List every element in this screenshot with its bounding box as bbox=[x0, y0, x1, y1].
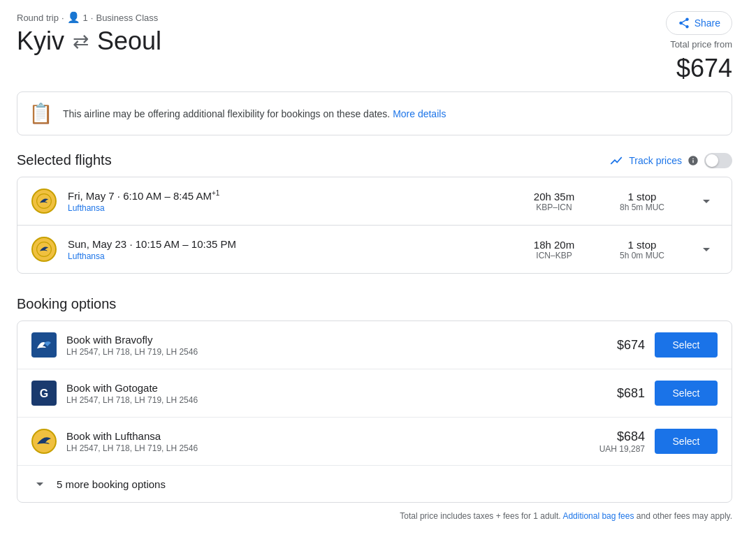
bravofly-select-button[interactable]: Select bbox=[655, 332, 718, 358]
gotogate-select-button[interactable]: Select bbox=[655, 381, 718, 406]
flight-info-1: Fri, May 7 · 6:10 AM – 8:45 AM+1 Lufthan… bbox=[68, 189, 508, 213]
chevron-down-icon-1 bbox=[698, 193, 715, 209]
total-price-value: $674 bbox=[676, 54, 732, 83]
flight-duration-2: 18h 20m ICN–KBP bbox=[519, 239, 589, 260]
bravofly-price: $674 bbox=[596, 338, 645, 353]
stops-detail-2: 5h 0m MUC bbox=[600, 251, 684, 260]
share-label: Share bbox=[695, 17, 720, 29]
header-right: Share Total price from $674 bbox=[666, 11, 732, 83]
flight-separator-2: · bbox=[129, 238, 135, 250]
lufthansa-price-sub: UAH 19,287 bbox=[596, 444, 645, 454]
header-left: Round trip · 👤 1 · Business Class Kyiv ⇄… bbox=[17, 11, 161, 56]
flight-time-line-1: Fri, May 7 · 6:10 AM – 8:45 AM+1 bbox=[68, 189, 508, 202]
gotogate-logo-icon: G bbox=[34, 383, 54, 404]
trip-meta: Round trip · 👤 1 · Business Class bbox=[17, 11, 161, 24]
footer-text: Total price includes taxes + fees for 1 … bbox=[400, 511, 560, 521]
stops-count-2: 1 stop bbox=[600, 239, 684, 251]
lufthansa-bird-icon bbox=[36, 193, 52, 209]
info-banner: 📋 This airline may be offering additiona… bbox=[17, 91, 732, 135]
track-prices-label[interactable]: Track prices bbox=[629, 155, 682, 166]
origin-city: Kyiv bbox=[17, 27, 64, 56]
info-text: This airline may be offering additional … bbox=[63, 108, 390, 119]
duration-time-2: 18h 20m bbox=[519, 239, 589, 251]
dot-1: · bbox=[61, 13, 64, 23]
bravofly-logo bbox=[31, 332, 57, 358]
share-button[interactable]: Share bbox=[666, 11, 732, 35]
gotogate-details: Book with Gotogate LH 2547, LH 718, LH 7… bbox=[66, 382, 586, 405]
person-icon: 👤 bbox=[67, 11, 80, 24]
chevron-down-more-icon bbox=[31, 476, 48, 492]
page-header: Round trip · 👤 1 · Business Class Kyiv ⇄… bbox=[17, 11, 732, 83]
airline-name-1: Lufthansa bbox=[68, 203, 508, 213]
bravofly-details: Book with Bravofly LH 2547, LH 718, LH 7… bbox=[66, 334, 586, 357]
booking-row-lufthansa: Book with Lufthansa LH 2547, LH 718, LH … bbox=[17, 418, 732, 466]
lufthansa-booking-flights: LH 2547, LH 718, LH 719, LH 2546 bbox=[66, 443, 586, 453]
track-prices-toggle[interactable] bbox=[704, 153, 732, 168]
lufthansa-details: Book with Lufthansa LH 2547, LH 718, LH … bbox=[66, 430, 586, 453]
selected-flights-title: Selected flights bbox=[17, 152, 112, 168]
airline-name-2: Lufthansa bbox=[68, 251, 508, 261]
lufthansa-booking-logo bbox=[31, 429, 57, 454]
svg-rect-2 bbox=[34, 334, 54, 355]
lufthansa-booking-logo-icon bbox=[31, 429, 57, 454]
total-price-label: Total price from bbox=[670, 39, 732, 50]
flight-date-1: Fri, May 7 bbox=[68, 190, 115, 202]
bravofly-logo-icon bbox=[34, 334, 54, 355]
lufthansa-price: $684 UAH 19,287 bbox=[596, 429, 645, 454]
stops-count-1: 1 stop bbox=[600, 191, 684, 202]
more-options-label: 5 more booking options bbox=[57, 478, 166, 490]
info-icon[interactable] bbox=[688, 155, 699, 166]
track-prices-icon bbox=[609, 154, 623, 168]
flight-separator-1: · bbox=[117, 190, 123, 202]
bravofly-price-main: $674 bbox=[596, 338, 645, 353]
booking-row-gotogate: G Book with Gotogate LH 2547, LH 718, LH… bbox=[17, 369, 732, 418]
additional-bag-fees-link[interactable]: Additional bag fees bbox=[562, 511, 634, 521]
gotogate-logo: G bbox=[31, 381, 57, 406]
lufthansa-select-button[interactable]: Select bbox=[655, 429, 718, 454]
expand-flight-2-button[interactable] bbox=[695, 238, 718, 260]
flight-info-2: Sun, May 23 · 10:15 AM – 10:35 PM Luftha… bbox=[68, 238, 508, 261]
gotogate-name: Book with Gotogate bbox=[66, 382, 586, 394]
bravofly-name: Book with Bravofly bbox=[66, 334, 586, 346]
flight-stops-2: 1 stop 5h 0m MUC bbox=[600, 239, 684, 260]
airline-logo-1 bbox=[31, 189, 57, 214]
more-details-link[interactable]: More details bbox=[393, 108, 446, 119]
lufthansa-circle-1 bbox=[31, 189, 57, 214]
booking-row-bravofly: Book with Bravofly LH 2547, LH 718, LH 7… bbox=[17, 321, 732, 369]
duration-time-1: 20h 35m bbox=[519, 191, 589, 202]
expand-flight-1-button[interactable] bbox=[695, 190, 718, 212]
booking-options-title: Booking options bbox=[17, 296, 732, 312]
bravofly-flights: LH 2547, LH 718, LH 719, LH 2546 bbox=[66, 347, 586, 357]
trip-type-label: Round trip bbox=[17, 13, 59, 23]
flight-time-line-2: Sun, May 23 · 10:15 AM – 10:35 PM bbox=[68, 238, 508, 250]
booking-options-section: Booking options Book with Bravofly LH 25… bbox=[17, 296, 732, 503]
lufthansa-booking-name: Book with Lufthansa bbox=[66, 430, 586, 442]
footer: Total price includes taxes + fees for 1 … bbox=[17, 503, 732, 532]
lufthansa-circle-2 bbox=[31, 237, 57, 262]
gotogate-price: $681 bbox=[596, 386, 645, 401]
selected-flights-card: Fri, May 7 · 6:10 AM – 8:45 AM+1 Lufthan… bbox=[17, 177, 732, 274]
lufthansa-bird-icon-2 bbox=[36, 242, 52, 257]
passengers-label: 1 bbox=[83, 13, 88, 23]
duration-route-2: ICN–KBP bbox=[519, 251, 589, 260]
duration-route-1: KBP–ICN bbox=[519, 202, 589, 212]
lufthansa-price-main: $684 bbox=[596, 429, 645, 444]
share-icon bbox=[678, 17, 690, 29]
route-title: Kyiv ⇄ Seoul bbox=[17, 27, 161, 56]
info-banner-text: This airline may be offering additional … bbox=[63, 108, 446, 119]
booking-options-card: Book with Bravofly LH 2547, LH 718, LH 7… bbox=[17, 320, 732, 503]
more-options-row[interactable]: 5 more booking options bbox=[17, 466, 732, 502]
cabin-class-label: Business Class bbox=[96, 13, 158, 23]
flight-row-2: Sun, May 23 · 10:15 AM – 10:35 PM Luftha… bbox=[17, 226, 732, 273]
flight-date-2: Sun, May 23 bbox=[68, 238, 126, 250]
airline-logo-2 bbox=[31, 237, 57, 262]
destination-city: Seoul bbox=[97, 27, 161, 56]
track-prices-container: Track prices bbox=[609, 153, 732, 168]
flight-times-1: 6:10 AM – 8:45 AM+1 bbox=[123, 190, 219, 202]
selected-flights-header: Selected flights Track prices bbox=[17, 152, 732, 168]
flight-times-2: 10:15 AM – 10:35 PM bbox=[136, 238, 236, 250]
gotogate-price-main: $681 bbox=[596, 386, 645, 401]
flexibility-icon: 📋 bbox=[29, 102, 53, 125]
footer-suffix: and other fees may apply. bbox=[637, 511, 732, 521]
stops-detail-1: 8h 5m MUC bbox=[600, 202, 684, 212]
